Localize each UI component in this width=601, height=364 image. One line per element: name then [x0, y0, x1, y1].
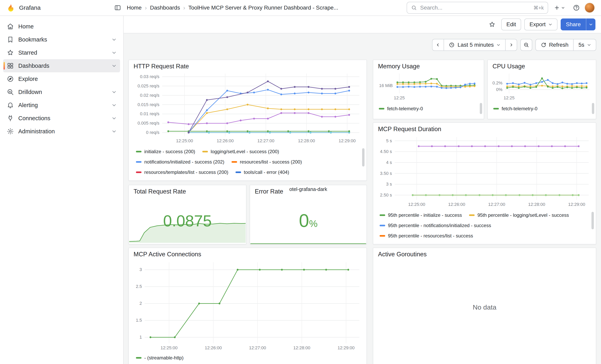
edit-button[interactable]: Edit	[501, 19, 521, 30]
refresh-interval-picker[interactable]: 5s	[573, 39, 596, 51]
panel-title[interactable]: Memory Usage	[373, 60, 484, 70]
zoom-out-button[interactable]	[520, 39, 532, 51]
svg-text:12:27:00: 12:27:00	[488, 202, 505, 207]
share-menu-button[interactable]	[586, 19, 595, 30]
time-range-picker[interactable]: Last 5 minutes	[444, 39, 506, 51]
legend-item[interactable]: fetch-telemetry-0	[493, 105, 537, 112]
svg-text:2.50 s: 2.50 s	[380, 193, 392, 197]
svg-text:0.025 req/s: 0.025 req/s	[138, 83, 159, 89]
grafana-logo[interactable]	[6, 3, 15, 12]
sidebar-item-drilldown[interactable]: Drilldown	[3, 85, 120, 98]
legend-item[interactable]: initialize - success (200)	[136, 148, 195, 155]
chevron-down-icon[interactable]	[112, 90, 116, 94]
legend-item[interactable]: 95th percentile - initialize - success	[380, 212, 462, 218]
svg-text:4.50 s: 4.50 s	[380, 149, 392, 154]
legend-label: 95th percentile - initialize - success	[388, 212, 462, 218]
svg-text:12:28:00: 12:28:00	[298, 138, 315, 143]
legend-swatch	[136, 357, 141, 359]
legend-item[interactable]: tools/call - error (404)	[236, 169, 289, 176]
breadcrumb-home[interactable]: Home	[127, 5, 142, 11]
legend-item[interactable]: - (streamable-http)	[136, 354, 183, 361]
question-circle-icon	[573, 4, 580, 11]
search-input[interactable]: ⌘+k	[407, 2, 548, 14]
legend-label: notifications/initialized - success (202…	[144, 158, 224, 165]
legend-item[interactable]: 95th percentile - resources/list - succe…	[380, 232, 473, 239]
panel-title[interactable]: CPU Usage	[488, 60, 596, 70]
legend-scrollbar[interactable]	[480, 103, 482, 114]
legend-swatch	[231, 161, 237, 163]
svg-text:12:29:00: 12:29:00	[339, 138, 356, 143]
chevron-down-icon[interactable]	[112, 37, 116, 42]
refresh-interval-label: 5s	[578, 42, 584, 48]
sidebar-item-explore[interactable]: Explore	[3, 72, 120, 85]
sidebar-item-bookmarks[interactable]: Bookmarks	[3, 33, 120, 46]
mcp-active-connections-chart[interactable]: 11.522.5312:25:0012:26:0012:27:0012:28:0…	[131, 260, 362, 351]
sidebar-item-dashboards[interactable]: Dashboards	[3, 59, 120, 72]
svg-text:1: 1	[140, 334, 142, 340]
sidebar-item-home[interactable]: Home	[3, 20, 120, 33]
time-shift-back-button[interactable]	[432, 39, 444, 51]
legend-swatch	[469, 214, 475, 216]
legend-scrollbar[interactable]	[592, 103, 594, 114]
dashboard-toolbar: Edit Export Share	[124, 16, 601, 33]
no-data-message: No data	[373, 248, 596, 364]
chevron-down-icon[interactable]	[112, 63, 116, 68]
user-avatar[interactable]	[585, 3, 595, 13]
http-legend: initialize - success (200)logging/setLev…	[136, 148, 359, 179]
chevron-down-icon	[548, 22, 552, 26]
svg-text:3: 3	[140, 267, 142, 272]
clock-icon	[449, 42, 455, 48]
legend-item[interactable]: notifications/initialized - success (202…	[136, 158, 224, 165]
dock-sidebar-button[interactable]	[112, 2, 124, 14]
sidebar-item-label: Starred	[18, 49, 107, 56]
panel-http-request-rate: HTTP Request Rate 0 req/s0.005 req/s0.01…	[128, 59, 367, 181]
stat-value: 0%	[250, 211, 367, 230]
http-request-rate-chart[interactable]: 0 req/s0.005 req/s0.01 req/s0.015 req/s0…	[131, 71, 362, 144]
connections-legend: - (streamable-http)	[136, 354, 360, 364]
panel-title[interactable]: Total Request Rate	[129, 185, 246, 195]
share-split-button: Share	[561, 19, 595, 30]
chevron-down-icon[interactable]	[112, 103, 116, 108]
share-button[interactable]: Share	[561, 19, 586, 30]
panel-title[interactable]: MCP Active Connections	[129, 248, 367, 258]
legend-item[interactable]: fetch-telemetry-0	[379, 105, 423, 112]
panel-mcp-active-connections: MCP Active Connections 11.522.5312:25:00…	[128, 247, 367, 364]
svg-text:3.50 s: 3.50 s	[380, 171, 392, 176]
home-icon	[7, 23, 14, 30]
legend-scrollbar[interactable]	[362, 148, 364, 167]
legend-label: 95th percentile - logging/setLevel - suc…	[477, 212, 569, 218]
svg-text:12:25:00: 12:25:00	[408, 202, 425, 207]
sidebar-item-connections[interactable]: Connections	[3, 112, 120, 125]
panel-title[interactable]: HTTP Request Rate	[129, 60, 367, 70]
grafana-flame-icon	[6, 3, 15, 12]
legend-label: resources/list - success (200)	[240, 158, 302, 165]
mcp-request-duration-chart[interactable]: 2.50 s3 s3.50 s4 s4.50 s5 s12:25:0012:26…	[376, 135, 592, 208]
sidebar-item-starred[interactable]: Starred	[3, 46, 120, 59]
search-field[interactable]	[420, 5, 530, 11]
time-shift-forward-button[interactable]	[505, 39, 517, 51]
legend-item[interactable]: 95th percentile - logging/setLevel - suc…	[469, 212, 569, 218]
body-row: Home Bookmarks Starred Dashbo	[0, 16, 601, 364]
legend-item[interactable]: resources/list - success (200)	[231, 158, 302, 165]
new-button[interactable]	[551, 2, 568, 14]
favorite-star-button[interactable]	[486, 19, 498, 30]
breadcrumb-dashboards[interactable]: Dashboards	[150, 5, 180, 11]
legend-scrollbar[interactable]	[591, 212, 594, 229]
legend-item[interactable]: 95th percentile - notifications/initiali…	[380, 222, 491, 229]
export-button[interactable]: Export	[524, 19, 558, 30]
refresh-button[interactable]: Refresh	[535, 39, 574, 51]
cpu-usage-chart[interactable]: 0.2%0%12:25	[490, 71, 593, 101]
help-button[interactable]	[571, 2, 582, 14]
dashboards-grid-icon	[7, 62, 14, 69]
sidebar-item-administration[interactable]: Administration	[3, 125, 120, 138]
legend-item[interactable]: resources/templates/list - success (200)	[136, 169, 228, 176]
sidebar-item-alerting[interactable]: Alerting	[3, 98, 120, 112]
panel-title[interactable]: MCP Request Duration	[373, 123, 596, 133]
legend-item[interactable]: logging/setLevel - success (200)	[202, 148, 279, 155]
panel-cpu-usage: CPU Usage 0.2%0%12:25 fetch-telemetry-0	[487, 59, 596, 119]
memory-usage-chart[interactable]: 16 MiB12:25	[376, 71, 481, 101]
chevron-down-icon[interactable]	[112, 116, 116, 121]
chevron-down-icon[interactable]	[112, 50, 116, 55]
chevron-down-icon[interactable]	[112, 129, 116, 134]
legend-label: - (streamable-http)	[144, 354, 183, 361]
